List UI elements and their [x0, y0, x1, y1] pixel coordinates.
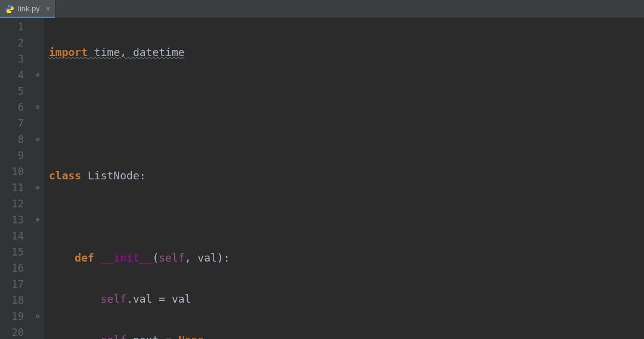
- line-number: 9: [0, 148, 32, 164]
- line-number: 6: [0, 99, 32, 116]
- tab-bar: link.py ×: [0, 0, 644, 18]
- fold-end-icon[interactable]: ⊖: [33, 312, 42, 320]
- line-number: 8: [0, 132, 32, 148]
- fold-toggle-icon[interactable]: ⊖: [33, 183, 42, 191]
- code-line[interactable]: def __init__(self, val):: [49, 250, 644, 266]
- line-number: 1: [0, 19, 32, 35]
- line-number: 11: [0, 180, 32, 196]
- close-tab-icon[interactable]: ×: [46, 4, 51, 13]
- python-file-icon: [5, 4, 14, 14]
- line-number: 5: [0, 83, 32, 99]
- line-number: 14: [0, 228, 32, 244]
- code-line[interactable]: self.next = None: [49, 332, 644, 339]
- line-number: 15: [0, 244, 32, 260]
- code-line[interactable]: self.val = val: [49, 291, 644, 307]
- fold-toggle-icon[interactable]: ⊖: [33, 70, 42, 79]
- line-number: 12: [0, 196, 32, 212]
- line-number: 7: [0, 116, 32, 132]
- fold-toggle-icon[interactable]: ⊖: [33, 102, 42, 111]
- svg-point-1: [10, 11, 11, 12]
- code-pane[interactable]: import time, datetime class ListNode: de…: [44, 18, 644, 339]
- code-line[interactable]: [49, 126, 644, 142]
- code-line[interactable]: [49, 209, 644, 225]
- code-line[interactable]: class ListNode:: [49, 167, 644, 184]
- editor-area: 1 2 3 4 5 6 7 8 9 10 11 12 13 14 15 16 1…: [0, 18, 644, 339]
- line-number: 13: [0, 212, 32, 228]
- line-number: 16: [0, 260, 32, 276]
- line-number: 17: [0, 276, 32, 293]
- line-number: 18: [0, 293, 32, 309]
- fold-end-icon[interactable]: ⊖: [33, 135, 42, 143]
- tab-filename: link.py: [18, 4, 40, 13]
- code-line[interactable]: import time, datetime: [49, 44, 644, 60]
- svg-point-0: [8, 5, 8, 6]
- line-number: 19: [0, 309, 32, 325]
- fold-toggle-icon[interactable]: ⊖: [33, 215, 42, 223]
- line-number: 3: [0, 51, 32, 67]
- line-number-gutter: 1 2 3 4 5 6 7 8 9 10 11 12 13 14 15 16 1…: [0, 18, 32, 339]
- line-number: 10: [0, 164, 32, 180]
- fold-gutter: ⊖ ⊖ ⊖ ⊖ ⊖ ⊖: [32, 18, 44, 339]
- file-tab-link-py[interactable]: link.py ×: [0, 0, 55, 17]
- line-number: 4: [0, 67, 32, 83]
- code-line[interactable]: [49, 85, 644, 101]
- line-number: 20: [0, 325, 32, 339]
- line-number: 2: [0, 35, 32, 51]
